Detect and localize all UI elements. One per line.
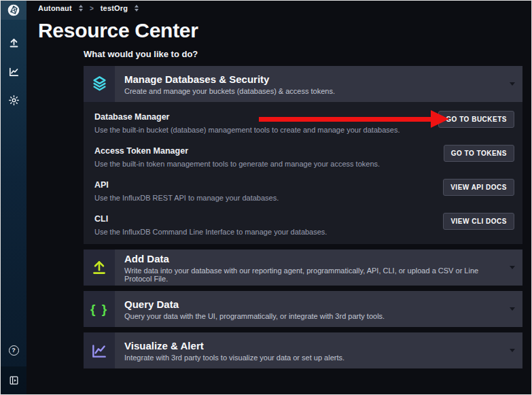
card-title: Query Data [124, 298, 500, 310]
card-header-text: Visualize & Alert Integrate with 3rd par… [115, 332, 510, 368]
card-query-data-header[interactable]: { } Query Data Query your data with the … [84, 291, 522, 327]
breadcrumb-project[interactable]: testOrg [101, 4, 128, 12]
card-icon-cell [84, 250, 115, 286]
gear-icon [8, 95, 20, 106]
page-title: Resource Center [38, 19, 532, 42]
sidebar-item-home[interactable] [1, 1, 26, 20]
chevron-down-icon [510, 307, 515, 311]
view-cli-docs-button[interactable]: VIEW CLI DOCS [443, 213, 514, 230]
card-description: Query your data with the UI, programmati… [124, 312, 500, 320]
layers-icon [90, 75, 109, 93]
sidebar: ? [1, 1, 26, 394]
card-manage-databases-body: Database Manager Use the built-in bucket… [84, 102, 522, 244]
panel-toggle-icon [9, 375, 19, 385]
sidebar-nav [7, 36, 20, 107]
sidebar-item-settings[interactable] [7, 93, 20, 107]
resource-row-api: API Use the InfluxDB REST API to manage … [94, 178, 514, 212]
card-manage-databases: Manage Databases & Security Create and m… [84, 66, 522, 244]
resource-row-cli: CLI Use the InfluxDB Command Line Interf… [94, 212, 514, 237]
chevron-down-icon [510, 82, 515, 86]
braces-icon: { } [90, 302, 108, 317]
card-header-text: Query Data Query your data with the UI, … [115, 291, 510, 327]
view-api-docs-button[interactable]: VIEW API DOCS [443, 179, 514, 196]
card-manage-databases-header[interactable]: Manage Databases & Security Create and m… [84, 66, 522, 102]
resource-center-page: ? Autonaut > testOrg Resource Center Wha… [0, 0, 532, 395]
card-icon-cell: { } [84, 291, 115, 327]
breadcrumb-org[interactable]: Autonaut [38, 4, 72, 12]
card-add-data-header[interactable]: Add Data Write data into your database w… [84, 250, 522, 286]
sidebar-item-help[interactable]: ? [7, 343, 20, 357]
sidebar-item-data-explorer[interactable] [7, 65, 20, 78]
help-icon: ? [9, 345, 19, 356]
upload-icon [90, 259, 108, 277]
project-switcher-icon[interactable] [135, 5, 139, 12]
card-header-text: Add Data Write data into your database w… [115, 250, 510, 286]
main-content: Autonaut > testOrg Resource Center What … [26, 1, 532, 394]
card-icon-cell [84, 66, 115, 102]
resource-row-database-manager: Database Manager Use the built-in bucket… [94, 110, 514, 144]
card-description: Write data into your database with our r… [124, 267, 500, 283]
resource-row-access-token-manager: Access Token Manager Use the built-in to… [94, 144, 514, 178]
go-to-buckets-button[interactable]: GO TO BUCKETS [438, 111, 514, 128]
card-title: Manage Databases & Security [124, 73, 500, 85]
card-icon-cell [84, 332, 115, 368]
card-title: Visualize & Alert [124, 340, 500, 351]
go-to-tokens-button[interactable]: GO TO TOKENS [444, 145, 514, 162]
chevron-down-icon [510, 266, 515, 269]
breadcrumb: Autonaut > testOrg [26, 1, 532, 16]
page-subtitle: What would you like to do? [84, 49, 532, 59]
card-collapse-control[interactable] [510, 66, 522, 102]
card-visualize-alert-header[interactable]: Visualize & Alert Integrate with 3rd par… [84, 332, 522, 368]
sidebar-item-load-data[interactable] [7, 36, 20, 50]
chevron-down-icon [510, 349, 515, 352]
line-chart-icon [90, 342, 108, 360]
sidebar-item-toggle-panel[interactable] [1, 366, 26, 394]
influxdb-logo-icon [7, 3, 20, 17]
card-expand-control[interactable] [510, 332, 522, 368]
upload-icon [8, 37, 20, 49]
card-expand-control[interactable] [510, 250, 522, 286]
card-visualize-alert: Visualize & Alert Integrate with 3rd par… [84, 332, 522, 368]
card-title: Add Data [124, 253, 500, 264]
card-query-data: { } Query Data Query your data with the … [84, 291, 522, 327]
breadcrumb-separator: > [90, 5, 94, 12]
resource-cards: Manage Databases & Security Create and m… [84, 66, 522, 368]
card-description: Integrate with 3rd party tools to visual… [124, 354, 500, 362]
card-expand-control[interactable] [510, 291, 522, 327]
card-header-text: Manage Databases & Security Create and m… [115, 66, 510, 102]
card-description: Create and manage your buckets (database… [124, 87, 500, 95]
org-switcher-icon[interactable] [79, 5, 83, 12]
graph-icon [8, 66, 20, 78]
card-add-data: Add Data Write data into your database w… [84, 250, 522, 286]
